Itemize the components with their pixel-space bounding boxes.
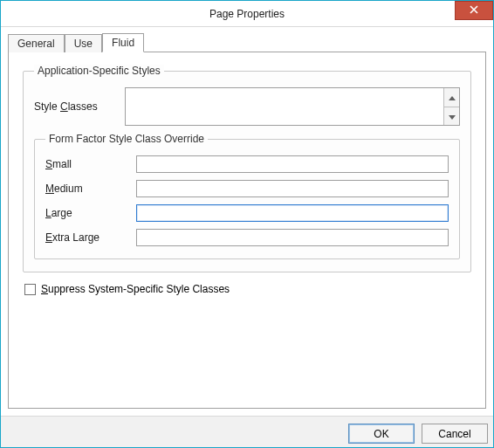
client-area: General Use Fluid Application-Specific S…	[1, 27, 493, 416]
style-classes-down-button[interactable]	[443, 107, 459, 126]
tabpanel-fluid: Application-Specific Styles Style Classe…	[8, 52, 486, 409]
row-extra-large: Extra Large	[45, 229, 449, 246]
label-suppress: Suppress System-Specific Style Classes	[41, 283, 230, 295]
tab-fluid[interactable]: Fluid	[102, 33, 144, 52]
group-form-factor-legend: Form Factor Style Class Override	[45, 133, 208, 145]
ok-button[interactable]: OK	[348, 424, 415, 444]
style-classes-spinner	[443, 88, 459, 125]
row-small: Small	[45, 155, 449, 173]
button-bar: OK Cancel	[1, 416, 493, 447]
close-button[interactable]	[455, 1, 493, 20]
chevron-down-icon	[449, 110, 456, 122]
group-application-specific-styles: Application-Specific Styles Style Classe…	[23, 65, 471, 272]
row-medium: Medium	[45, 180, 449, 197]
tab-use[interactable]: Use	[65, 34, 102, 52]
group-form-factor-override: Form Factor Style Class Override Small M…	[34, 133, 460, 259]
input-medium[interactable]	[136, 180, 449, 197]
label-large: Large	[45, 207, 136, 219]
style-classes-up-button[interactable]	[443, 88, 459, 107]
group-app-styles-legend: Application-Specific Styles	[34, 65, 164, 77]
label-medium: Medium	[45, 183, 136, 195]
tab-general[interactable]: General	[8, 34, 65, 52]
chevron-up-icon	[449, 91, 456, 103]
cancel-button[interactable]: Cancel	[422, 424, 488, 444]
tabstrip: General Use Fluid	[8, 32, 486, 52]
row-large: Large	[45, 204, 449, 222]
label-extra-large: Extra Large	[45, 231, 136, 244]
row-suppress: Suppress System-Specific Style Classes	[24, 283, 471, 295]
close-icon	[470, 4, 478, 17]
page-properties-window: Page Properties General Use Fluid Applic…	[0, 0, 494, 448]
input-extra-large[interactable]	[136, 229, 449, 246]
window-title: Page Properties	[209, 8, 285, 20]
titlebar: Page Properties	[1, 1, 493, 27]
checkbox-suppress[interactable]	[24, 284, 36, 295]
input-small[interactable]	[136, 155, 449, 173]
input-large[interactable]	[136, 204, 449, 222]
label-small: Small	[45, 158, 136, 170]
label-style-classes: Style Classes	[34, 100, 125, 113]
row-style-classes: Style Classes	[34, 87, 460, 126]
style-classes-input[interactable]	[125, 87, 460, 126]
